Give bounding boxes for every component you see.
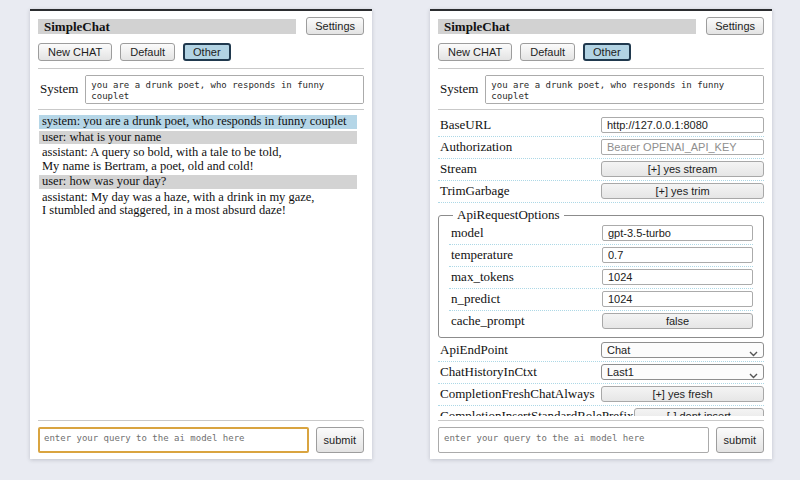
system-prompt-textarea[interactable]: you are a drunk poet, who responds in fu… [85, 75, 364, 104]
setting-row-authorization: Authorization [438, 137, 764, 159]
system-label: System [40, 81, 78, 97]
divider [38, 109, 364, 110]
api-request-options-legend: ApiRequestOptions [453, 207, 564, 223]
query-input[interactable] [38, 427, 309, 453]
completion-fresh-label: CompletionFreshChatAlways [438, 386, 601, 402]
system-prompt-row: System you are a drunk poet, who respond… [38, 75, 364, 104]
submit-button[interactable]: submit [316, 427, 364, 453]
settings-list: BaseURL Authorization Stream [+] yes str… [438, 115, 764, 416]
divider [438, 109, 764, 110]
authorization-label: Authorization [438, 139, 601, 155]
authorization-input[interactable] [601, 139, 764, 155]
query-row: submit [438, 427, 764, 453]
divider [438, 420, 764, 421]
app-title: SimpleChat [438, 19, 696, 34]
query-row: submit [38, 427, 364, 453]
baseurl-input[interactable] [601, 117, 764, 133]
settings-button[interactable]: Settings [706, 17, 764, 35]
session-buttons: New CHAT Default Other [438, 43, 764, 61]
submit-button[interactable]: submit [716, 427, 764, 453]
session-button-default[interactable]: Default [120, 43, 175, 61]
chevron-down-icon [749, 347, 758, 353]
session-button-new-chat[interactable]: New CHAT [438, 43, 512, 61]
system-label: System [440, 81, 478, 97]
session-buttons: New CHAT Default Other [38, 43, 364, 61]
chat-message-assistant: assistant: My day was a haze, with a dri… [39, 191, 357, 218]
system-prompt-row: System you are a drunk poet, who respond… [438, 75, 764, 104]
setting-row-completion-fresh: CompletionFreshChatAlways [+] yes fresh [438, 384, 764, 406]
chat-view-panel: SimpleChat Settings New CHAT Default Oth… [30, 9, 372, 459]
setting-row-chat-history: ChatHistoryInCtxt Last1 [438, 362, 764, 384]
max-tokens-input[interactable] [602, 269, 753, 285]
setting-row-completion-insert-prefix: CompletionInsertStandardRolePrefix [-] d… [438, 406, 764, 416]
settings-button[interactable]: Settings [306, 17, 364, 35]
session-button-other[interactable]: Other [183, 43, 231, 61]
divider [438, 68, 764, 69]
app-title: SimpleChat [38, 19, 296, 34]
session-button-default[interactable]: Default [520, 43, 575, 61]
setting-row-api-endpoint: ApiEndPoint Chat [438, 340, 764, 362]
max-tokens-label: max_tokens [449, 269, 602, 285]
completion-insert-prefix-toggle-button[interactable]: [-] dont insert [634, 408, 764, 416]
api-request-options-fieldset: ApiRequestOptions model temperature max_… [438, 207, 764, 338]
chat-message-system: system: you are a drunk poet, who respon… [39, 115, 357, 129]
setting-row-max-tokens: max_tokens [449, 267, 753, 289]
cache-prompt-toggle-button[interactable]: false [602, 313, 753, 329]
session-button-other[interactable]: Other [583, 43, 631, 61]
trimgarbage-toggle-button[interactable]: [+] yes trim [601, 183, 764, 199]
setting-row-baseurl: BaseURL [438, 115, 764, 137]
chat-message-assistant: assistant: A query so bold, with a tale … [39, 146, 357, 173]
divider [38, 420, 364, 421]
settings-view-panel: SimpleChat Settings New CHAT Default Oth… [430, 9, 772, 459]
chat-history-selected-value: Last1 [607, 366, 634, 378]
setting-row-trimgarbage: TrimGarbage [+] yes trim [438, 181, 764, 203]
temperature-label: temperature [449, 247, 602, 263]
setting-row-model: model [449, 223, 753, 245]
app-header: SimpleChat Settings [438, 17, 764, 35]
stream-toggle-button[interactable]: [+] yes stream [601, 161, 764, 177]
setting-row-temperature: temperature [449, 245, 753, 267]
trimgarbage-label: TrimGarbage [438, 183, 601, 199]
session-button-new-chat[interactable]: New CHAT [38, 43, 112, 61]
app-header: SimpleChat Settings [38, 17, 364, 35]
system-prompt-textarea[interactable]: you are a drunk poet, who responds in fu… [485, 75, 764, 104]
chat-message-user: user: what is your name [39, 131, 357, 145]
chat-message-user: user: how was your day? [39, 175, 357, 189]
setting-row-n-predict: n_predict [449, 289, 753, 311]
chat-messages-area: system: you are a drunk poet, who respon… [38, 115, 364, 416]
model-label: model [449, 225, 602, 241]
query-input[interactable] [438, 427, 709, 453]
model-input[interactable] [602, 225, 753, 241]
api-endpoint-label: ApiEndPoint [438, 342, 601, 358]
api-endpoint-selected-value: Chat [607, 344, 630, 356]
divider [38, 68, 364, 69]
setting-row-cache-prompt: cache_prompt false [449, 311, 753, 332]
n-predict-label: n_predict [449, 291, 602, 307]
setting-row-stream: Stream [+] yes stream [438, 159, 764, 181]
temperature-input[interactable] [602, 247, 753, 263]
completion-insert-prefix-label: CompletionInsertStandardRolePrefix [438, 408, 634, 416]
n-predict-input[interactable] [602, 291, 753, 307]
chat-history-select[interactable]: Last1 [601, 364, 764, 380]
api-endpoint-select[interactable]: Chat [601, 342, 764, 358]
cache-prompt-label: cache_prompt [449, 313, 602, 329]
chat-history-label: ChatHistoryInCtxt [438, 364, 601, 380]
stream-label: Stream [438, 161, 601, 177]
completion-fresh-toggle-button[interactable]: [+] yes fresh [601, 386, 764, 402]
baseurl-label: BaseURL [438, 117, 601, 133]
chevron-down-icon [749, 369, 758, 375]
